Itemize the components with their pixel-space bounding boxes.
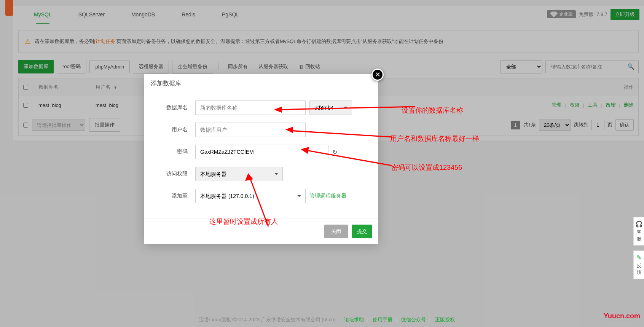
label-access: 访问权限: [159, 171, 195, 177]
label-target: 添加至: [159, 193, 195, 199]
label-password: 密码: [159, 148, 195, 155]
page-footer: 宝塔Linux面板 ©2014-2023 广东堡塔安全技术有限公司 (bt.cn…: [13, 313, 644, 327]
watermark: Yuucn.com: [604, 312, 640, 320]
footer-link-forum[interactable]: 论坛求助: [344, 317, 364, 322]
close-icon[interactable]: ✕: [371, 69, 384, 81]
csdn-watermark: CSDN @Mest514: [606, 321, 639, 326]
modal-footer: 关闭 提交: [144, 219, 378, 244]
charset-select[interactable]: utf8mb4: [309, 100, 352, 115]
manage-remote-link[interactable]: 管理远程服务器: [309, 193, 347, 199]
target-select[interactable]: 本地服务器 (127.0.0.1): [195, 189, 306, 203]
user-input[interactable]: [195, 123, 306, 137]
headset-icon: 🎧: [635, 220, 642, 228]
add-db-modal: ✕ 添加数据库 数据库名 utf8mb4 用户名 密码 ↻: [144, 74, 378, 244]
refresh-icon[interactable]: ↻: [332, 148, 337, 156]
password-input[interactable]: [195, 145, 328, 159]
modal-form: 数据库名 utf8mb4 用户名 密码 ↻ 访: [144, 93, 378, 219]
access-select[interactable]: 本地服务器: [195, 167, 283, 181]
footer-link-manual[interactable]: 使用手册: [373, 317, 392, 322]
float-feedback[interactable]: ✎ 反馈: [633, 250, 644, 279]
label-user: 用户名: [159, 126, 195, 133]
close-button[interactable]: 关闭: [324, 225, 348, 238]
edit-icon: ✎: [635, 254, 642, 261]
dbname-input[interactable]: [195, 100, 306, 115]
label-dbname: 数据库名: [159, 104, 195, 111]
float-customer-service[interactable]: 🎧 客服: [633, 217, 644, 246]
footer-link-license[interactable]: 正版授权: [435, 317, 455, 322]
modal-title: 添加数据库: [144, 74, 378, 93]
footer-link-wechat[interactable]: 微信公众号: [401, 317, 426, 322]
submit-button[interactable]: 提交: [352, 225, 372, 238]
